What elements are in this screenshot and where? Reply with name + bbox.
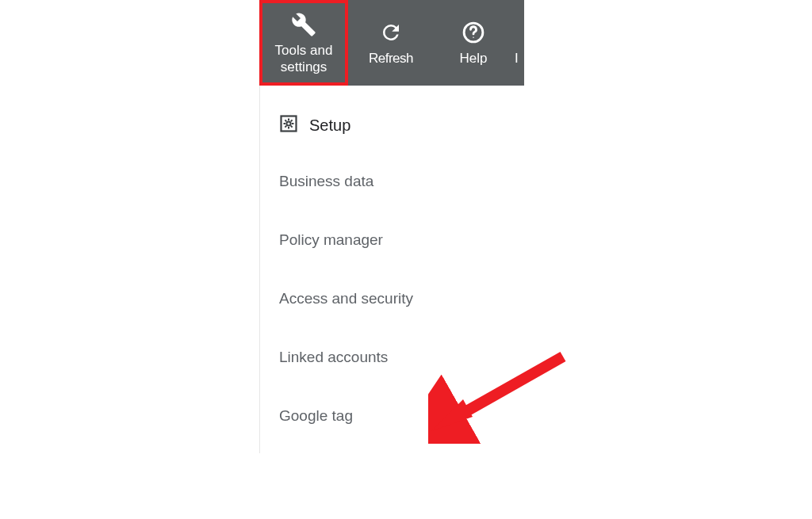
setup-section-header: Setup [279,109,523,152]
svg-line-9 [291,126,293,128]
top-toolbar: Tools and settings Refresh Help I [259,0,524,86]
svg-line-8 [285,120,286,121]
setup-section-title: Setup [309,116,350,135]
help-label: Help [460,50,488,67]
help-icon [462,17,485,48]
wrench-icon [291,9,316,40]
tools-label-line2: settings [281,59,327,75]
menu-item-policy-manager[interactable]: Policy manager [279,211,523,269]
svg-line-11 [285,126,286,128]
refresh-label: Refresh [369,50,413,67]
refresh-button[interactable]: Refresh [348,0,434,86]
tools-and-settings-button[interactable]: Tools and settings [259,0,348,86]
svg-point-1 [473,37,474,39]
toolbar-overflow-item[interactable]: I [513,0,524,86]
menu-item-access-security[interactable]: Access and security [279,269,523,328]
menu-item-linked-accounts[interactable]: Linked accounts [279,328,523,387]
svg-point-3 [286,121,290,125]
svg-rect-2 [282,116,297,132]
tools-dropdown-panel: Setup Business data Policy manager Acces… [259,86,523,453]
menu-item-business-data[interactable]: Business data [279,152,523,211]
svg-line-10 [291,120,293,121]
gear-box-icon [279,114,298,136]
tools-label-line1: Tools and [275,42,333,59]
overflow-label: I [513,50,524,67]
refresh-icon [379,17,403,48]
menu-item-google-tag[interactable]: Google tag [279,387,523,445]
help-button[interactable]: Help [434,0,513,86]
